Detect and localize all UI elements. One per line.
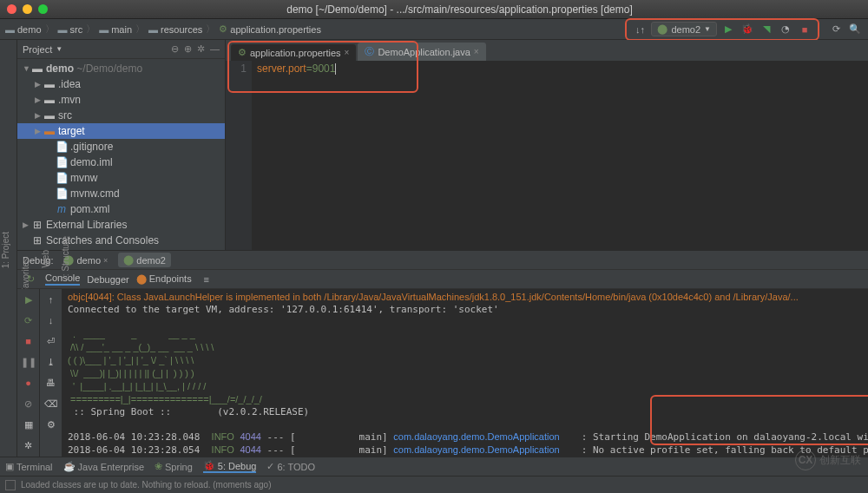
breadcrumb-resources[interactable]: ▬resources bbox=[148, 24, 202, 35]
run-icon[interactable]: ▶ bbox=[720, 22, 736, 37]
tree-idea[interactable]: ▶▬.idea bbox=[17, 76, 225, 92]
console-side-toolbar: ↑ ↓ ⏎ ⤓ 🖶 ⌫ ⚙ bbox=[40, 289, 62, 457]
minimize-window[interactable] bbox=[23, 4, 32, 14]
spring-tab[interactable]: ❀ Spring bbox=[155, 461, 193, 472]
mute-bp-icon[interactable]: ⊘ bbox=[22, 397, 36, 411]
tree-iml[interactable]: 📄demo.iml bbox=[17, 154, 225, 170]
java-ee-tab[interactable]: ☕ Java Enterprise bbox=[63, 461, 144, 472]
profile-icon[interactable]: ◔ bbox=[778, 22, 793, 37]
tree-src[interactable]: ▶▬src bbox=[17, 108, 225, 123]
maximize-window[interactable] bbox=[38, 4, 48, 14]
clear-icon[interactable]: ⌫ bbox=[44, 397, 58, 411]
print-icon[interactable]: 🖶 bbox=[44, 376, 58, 390]
tree-pom[interactable]: mpom.xml bbox=[17, 201, 225, 217]
watermark: CX创新互联 bbox=[795, 450, 861, 470]
coverage-icon[interactable]: ◥ bbox=[759, 22, 774, 37]
window-controls bbox=[7, 4, 48, 14]
more-tabs-icon[interactable]: ≡ bbox=[199, 272, 214, 287]
tab-demo-application[interactable]: ⒸDemoApplication.java× bbox=[358, 43, 485, 61]
debug-bottom-tab[interactable]: 🐞 5: Debug bbox=[203, 460, 257, 473]
update-icon[interactable]: ⟳ bbox=[828, 22, 844, 37]
filter-icon[interactable]: ⚙ bbox=[44, 417, 58, 431]
resume-icon[interactable]: ■ bbox=[22, 334, 36, 348]
left-tool-strip: 1: Project 2: Favorites Web 7: Structure bbox=[0, 40, 17, 457]
editor: ⚙application.properties× ⒸDemoApplicatio… bbox=[226, 40, 868, 250]
rerun-icon[interactable]: ▶ bbox=[22, 293, 36, 306]
tree-external[interactable]: ▶⊞External Libraries bbox=[17, 217, 225, 233]
collapse-icon[interactable]: ⊖ bbox=[171, 43, 179, 55]
bottom-tool-tabs: ▣ Terminal ☕ Java Enterprise ❀ Spring 🐞 … bbox=[0, 457, 868, 476]
structure-tool-tab[interactable]: 7: Structure bbox=[60, 233, 71, 285]
up-icon[interactable]: ↑ bbox=[44, 293, 58, 306]
close-window[interactable] bbox=[7, 4, 16, 14]
settings-icon[interactable]: ✲ bbox=[22, 438, 36, 452]
debug-config-demo2[interactable]: ⬤demo2 bbox=[118, 253, 171, 267]
project-panel: Project ▼ ⊖ ⊕ ✲ — ▼▬demo ~/Demo/demo ▶▬.… bbox=[17, 40, 226, 250]
locate-icon[interactable]: ⊕ bbox=[184, 43, 192, 55]
breadcrumb-file[interactable]: ⚙application.properties bbox=[219, 23, 321, 35]
build-icon[interactable]: ↓↑ bbox=[632, 22, 648, 37]
stop-icon[interactable]: ■ bbox=[797, 22, 812, 37]
layout-icon[interactable]: ▦ bbox=[22, 417, 36, 431]
run-config-select[interactable]: ⬤demo2▼ bbox=[651, 22, 717, 36]
line-gutter: 1 bbox=[226, 61, 252, 250]
tree-target[interactable]: ▶▬target bbox=[17, 123, 225, 139]
status-box-icon[interactable] bbox=[5, 480, 16, 490]
tree-mvn[interactable]: ▶▬.mvn bbox=[17, 92, 225, 108]
stop-debug-icon[interactable]: ⟳ bbox=[22, 313, 36, 327]
close-icon[interactable]: × bbox=[474, 47, 479, 56]
project-panel-title: Project bbox=[23, 44, 52, 55]
breadcrumb-src[interactable]: ▬src bbox=[58, 24, 83, 35]
tree-root[interactable]: ▼▬demo ~/Demo/demo bbox=[17, 61, 225, 76]
tree-gitignore[interactable]: 📄.gitignore bbox=[17, 139, 225, 154]
debug-icon[interactable]: 🐞 bbox=[740, 22, 755, 37]
down-icon[interactable]: ↓ bbox=[44, 313, 58, 327]
terminal-tab[interactable]: ▣ Terminal bbox=[5, 461, 53, 472]
view-bp-icon[interactable]: ● bbox=[22, 376, 36, 390]
breadcrumb-project[interactable]: ▬demo bbox=[5, 24, 42, 35]
titlebar: demo [~/Demo/demo] - .../src/main/resour… bbox=[0, 0, 868, 19]
window-title: demo [~/Demo/demo] - .../src/main/resour… bbox=[58, 3, 861, 16]
debug-panel: Debug: ⬤demo× ⬤demo2 ✲ — ↻ Console Debug… bbox=[17, 251, 868, 457]
status-message: Loaded classes are up to date. Nothing t… bbox=[21, 480, 272, 490]
statusbar: Loaded classes are up to date. Nothing t… bbox=[0, 476, 868, 493]
tree-mvnwcmd[interactable]: 📄mvnw.cmd bbox=[17, 186, 225, 201]
debug-side-toolbar: ▶ ⟳ ■ ❚❚ ● ⊘ ▦ ✲ 📌 bbox=[17, 289, 40, 457]
search-icon[interactable]: 🔍 bbox=[847, 22, 863, 37]
web-tool-tab[interactable]: Web bbox=[40, 246, 51, 271]
breadcrumb-main[interactable]: ▬main bbox=[99, 24, 132, 35]
code-editor[interactable]: 1 server.port=9001 bbox=[226, 61, 868, 250]
console-output[interactable]: objc[4044]: Class JavaLaunchHelper is im… bbox=[62, 289, 868, 457]
run-toolbar: ↓↑ ⬤demo2▼ ▶ 🐞 ◥ ◔ ■ bbox=[625, 18, 819, 41]
hide-icon[interactable]: — bbox=[210, 43, 220, 55]
tab-application-properties[interactable]: ⚙application.properties× bbox=[231, 44, 356, 61]
todo-tab[interactable]: ✓ 6: TODO bbox=[266, 461, 315, 472]
scroll-icon[interactable]: ⤓ bbox=[44, 355, 58, 369]
close-icon[interactable]: × bbox=[345, 48, 350, 57]
breadcrumb-bar: ▬demo 〉 ▬src 〉 ▬main 〉 ▬resources 〉 ⚙app… bbox=[0, 19, 868, 40]
tree-mvnw[interactable]: 📄mvnw bbox=[17, 170, 225, 186]
pause-icon[interactable]: ❚❚ bbox=[22, 355, 36, 369]
endpoints-tab[interactable]: ⬤ Endpoints bbox=[136, 273, 192, 285]
wrap-icon[interactable]: ⏎ bbox=[44, 334, 58, 348]
debugger-tab[interactable]: Debugger bbox=[87, 274, 128, 285]
settings-icon[interactable]: ✲ bbox=[197, 43, 205, 55]
project-tool-tab[interactable]: 1: Project bbox=[0, 228, 11, 272]
project-tree[interactable]: ▼▬demo ~/Demo/demo ▶▬.idea ▶▬.mvn ▶▬src … bbox=[17, 59, 225, 250]
editor-tabs: ⚙application.properties× ⒸDemoApplicatio… bbox=[226, 40, 868, 61]
